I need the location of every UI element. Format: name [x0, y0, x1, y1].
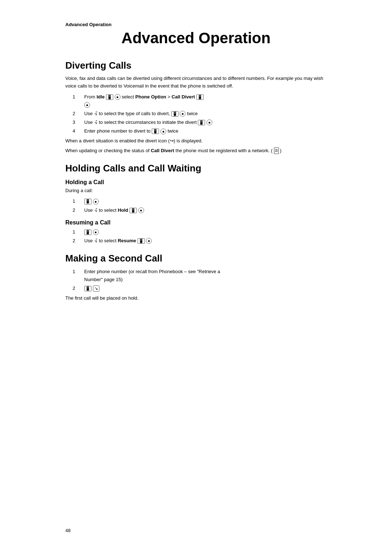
phone-icon-1: 📱: [106, 94, 113, 100]
phone-icon: 📱: [138, 238, 145, 244]
step-number: 3: [73, 118, 79, 126]
scroll-icon: 𝧯: [94, 238, 98, 244]
step-content: From Idle 📱 ● select Phone Option > Call…: [84, 93, 327, 109]
holding-calls-title: Holding Calls and Call Waiting: [65, 163, 327, 174]
scroll-icon: 𝧯: [94, 111, 98, 117]
phone-icon: 📱: [84, 286, 91, 291]
step-content: Enter phone number to divert to 📱 ● twic…: [84, 127, 327, 135]
holding-a-call: Holding a Call During a call: 1 📱 ● 2 Us…: [65, 179, 327, 214]
step-content: Enter phone number (or recall from Phone…: [84, 268, 327, 284]
center-icon-2: ●: [84, 102, 90, 108]
step-item: 2 Use 𝧯̆ to select the type of calls to …: [73, 110, 327, 118]
step-number: 2: [73, 237, 79, 245]
phone-icon: 📱: [84, 199, 91, 204]
step-item: 3 Use 𝧯̆ to select the circumstances to …: [73, 118, 327, 126]
step-number: 1: [73, 93, 79, 109]
phone-icon: 📱: [152, 129, 159, 134]
step-number: 1: [73, 228, 79, 236]
step-number: 2: [73, 206, 79, 214]
step-content: 📱 ↘: [84, 284, 327, 292]
center-icon: ●: [93, 199, 99, 204]
scroll-icon: 𝧯: [94, 119, 98, 126]
second-call-note: The first call will be placed on hold.: [65, 295, 327, 302]
center-icon: ●: [146, 238, 152, 244]
step-content: Use 𝧯̆ to select Resume 📱 ●: [84, 237, 327, 245]
holding-steps: 1 📱 ● 2 Use 𝧯̆ to select Hold 📱 ●: [73, 197, 327, 214]
page: Advanced Operation Advanced Operation Di…: [0, 0, 392, 555]
step-item: 2 Use 𝧯̆ to select Resume 📱 ●: [73, 237, 327, 245]
step-number: 2: [73, 110, 79, 118]
diverting-calls-title: Diverting Calls: [65, 60, 327, 71]
step-item: 1 📱 ●: [73, 197, 327, 205]
divert-note-2: When updating or checking the status of …: [65, 147, 327, 155]
step-item: 2 📱 ↘: [73, 284, 327, 292]
phone-icon: 📱: [130, 208, 137, 213]
step-number: 1: [73, 268, 79, 284]
resuming-a-call: Resuming a Call 1 📱 ● 2 Use 𝧯̆ to select…: [65, 219, 327, 245]
divert-note-1: When a divert situation is enabled the d…: [65, 137, 327, 145]
scroll-icon: 𝧯: [94, 207, 98, 214]
second-call-steps: 1 Enter phone number (or recall from Pho…: [73, 268, 327, 292]
step-item: 1 📱 ●: [73, 228, 327, 236]
page-title: Advanced Operation: [65, 29, 327, 47]
second-call-section: Making a Second Call 1 Enter phone numbe…: [65, 253, 327, 302]
phone-icon-2: 📱: [196, 94, 204, 100]
diverting-calls-steps: 1 From Idle 📱 ● select Phone Option > Ca…: [73, 93, 327, 135]
step-number: 4: [73, 127, 79, 135]
center-icon: ●: [180, 111, 185, 117]
holding-calls-section: Holding Calls and Call Waiting Holding a…: [65, 163, 327, 245]
network-icon: ☰: [274, 147, 279, 154]
resuming-call-subtitle: Resuming a Call: [65, 219, 327, 226]
center-icon: ●: [160, 129, 166, 134]
step-number: 2: [73, 284, 79, 292]
center-icon: ●: [138, 207, 144, 213]
resuming-steps: 1 📱 ● 2 Use 𝧯̆ to select Resume 📱 ●: [73, 228, 327, 245]
step-content: Use 𝧯̆ to select the circumstances to in…: [84, 118, 327, 126]
step-item: 4 Enter phone number to divert to 📱 ● tw…: [73, 127, 327, 135]
step-item: 2 Use 𝧯̆ to select Hold 📱 ●: [73, 206, 327, 214]
call-end-icon: ↘: [93, 285, 99, 292]
header-label: Advanced Operation: [65, 22, 327, 27]
page-number: 48: [65, 528, 70, 533]
step-content: 📱 ●: [84, 197, 327, 205]
step-content: 📱 ●: [84, 228, 327, 236]
step-item: 1 From Idle 📱 ● select Phone Option > Ca…: [73, 93, 327, 109]
during-call-text: During a call:: [65, 187, 327, 195]
diverting-calls-section: Diverting Calls Voice, fax and data call…: [65, 60, 327, 155]
holding-call-subtitle: Holding a Call: [65, 179, 327, 186]
diverting-calls-intro: Voice, fax and data calls can be diverte…: [65, 75, 327, 90]
phone-icon: 📱: [84, 230, 91, 235]
second-call-title: Making a Second Call: [65, 253, 327, 264]
center-icon: ●: [207, 119, 212, 125]
step-item: 1 Enter phone number (or recall from Pho…: [73, 268, 327, 284]
step-content: Use 𝧯̆ to select Hold 📱 ●: [84, 206, 327, 214]
step-content: Use 𝧯̆ to select the type of calls to di…: [84, 110, 327, 118]
center-icon: ●: [93, 229, 99, 235]
step-number: 1: [73, 197, 79, 205]
phone-icon: 📱: [171, 111, 179, 117]
center-icon-1: ●: [115, 94, 121, 100]
phone-icon: 📱: [198, 120, 205, 125]
